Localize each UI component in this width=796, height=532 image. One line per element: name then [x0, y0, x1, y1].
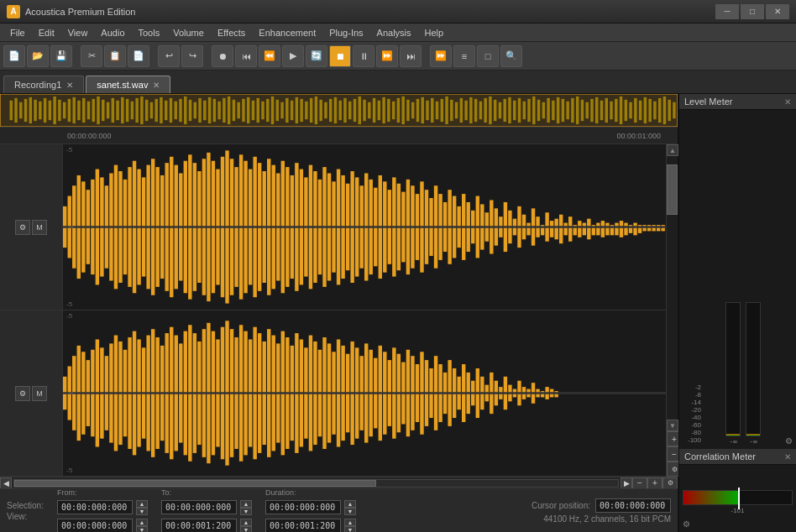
svg-rect-74 [359, 96, 361, 124]
track-settings-2[interactable]: ⚙ [15, 386, 30, 401]
zoom-settings-button[interactable]: ⚙ [662, 477, 678, 489]
level-meter-close[interactable]: ✕ [784, 97, 791, 107]
track-mute-2[interactable]: M [32, 386, 47, 401]
sel-dur-up[interactable]: ▲ [344, 500, 356, 508]
paste-button[interactable]: 📄 [128, 45, 149, 67]
svg-rect-135 [653, 102, 656, 119]
view-from-input[interactable] [57, 519, 133, 532]
view-to-down[interactable]: ▼ [240, 526, 252, 533]
vscroll-track[interactable] [667, 156, 678, 420]
fast-forward-button[interactable]: ⏩ [376, 45, 398, 67]
svg-rect-45 [217, 102, 220, 119]
menu-analysis[interactable]: Analysis [370, 26, 418, 39]
sel-from-down[interactable]: ▼ [136, 508, 148, 515]
menu-plugins[interactable]: Plug-Ins [322, 26, 369, 39]
pause-button[interactable]: ⏸ [353, 45, 374, 67]
view-dur-up[interactable]: ▲ [344, 519, 356, 526]
save-button[interactable]: 💾 [50, 45, 72, 67]
play-button[interactable]: ▶ [282, 45, 304, 67]
tab-close-sanet[interactable]: ✕ [153, 81, 160, 90]
track-row-1: ⚙ M -5 -∞ -5 [0, 144, 666, 310]
open-button[interactable]: 📂 [27, 45, 49, 67]
svg-rect-9 [44, 98, 46, 123]
horizontal-scrollbar[interactable]: ◀ ▶ − + ⚙ [0, 477, 678, 488]
selection-to-input[interactable] [161, 500, 237, 514]
cut-button[interactable]: ✂ [81, 45, 102, 67]
tab-sanet[interactable]: sanet.st.wav ✕ [86, 76, 170, 93]
loop-mode-button[interactable]: ⏩ [430, 45, 452, 67]
redo-button[interactable]: ↪ [181, 45, 203, 67]
overview-waveform[interactable] [0, 94, 678, 128]
track-wave-1[interactable]: -5 -∞ -5 [63, 144, 666, 310]
copy-button[interactable]: 📋 [104, 45, 126, 67]
menu-edit[interactable]: Edit [32, 26, 61, 39]
tab-close-recording1[interactable]: ✕ [66, 81, 73, 90]
view-to-input[interactable] [161, 519, 237, 532]
menu-view[interactable]: View [61, 26, 95, 39]
menu-file[interactable]: File [3, 26, 32, 39]
svg-rect-18 [87, 102, 90, 119]
track-settings-1[interactable]: ⚙ [15, 220, 30, 235]
cursor-pos-input[interactable] [595, 498, 671, 513]
record-button[interactable]: ⏺ [212, 45, 233, 67]
level-meter-settings-icon[interactable]: ⚙ [785, 436, 793, 446]
timeline-ruler[interactable]: 00:00:00:000 00:00:01:000 [0, 128, 678, 144]
vscroll-down-button[interactable]: ▼ [667, 420, 678, 431]
svg-rect-97 [469, 97, 472, 123]
goto-start-button[interactable]: ⏮ [235, 45, 257, 67]
sel-dur-down[interactable]: ▼ [344, 508, 356, 515]
view-from-down[interactable]: ▼ [136, 526, 148, 533]
close-button[interactable]: ✕ [766, 4, 789, 19]
view-mode-button[interactable]: ≡ [453, 45, 475, 67]
view-duration-input[interactable] [265, 519, 341, 532]
hscroll-left-button[interactable]: ◀ [0, 477, 12, 489]
svg-rect-252 [578, 221, 581, 237]
zoom-plus-button[interactable]: + [647, 477, 662, 489]
correlation-meter-close[interactable]: ✕ [784, 452, 791, 462]
view-to-up[interactable]: ▲ [240, 519, 252, 526]
selection-duration-input[interactable] [265, 500, 341, 514]
zoom-mode-button[interactable]: 🔍 [500, 45, 522, 67]
sel-from-up[interactable]: ▲ [136, 500, 148, 508]
zoom-minus-button[interactable]: − [632, 477, 647, 489]
svg-rect-124 [600, 101, 603, 120]
view-dur-down[interactable]: ▼ [344, 526, 356, 533]
view-from-up[interactable]: ▲ [136, 519, 148, 526]
vertical-scrollbar[interactable]: ▲ ▼ + − ⚙ [666, 144, 678, 477]
selection-info: Selection: View: From: ▲ ▼ [0, 488, 678, 532]
svg-rect-21 [102, 100, 104, 121]
track-controls-1: ⚙ M [0, 144, 63, 310]
tab-recording1[interactable]: Recording1 ✕ [3, 76, 84, 93]
goto-end-button[interactable]: ⏭ [400, 45, 422, 67]
vscroll-thumb[interactable] [667, 164, 678, 215]
menu-effects[interactable]: Effects [211, 26, 252, 39]
sel-to-down[interactable]: ▼ [240, 508, 252, 515]
menu-audio[interactable]: Audio [94, 26, 131, 39]
stop-button[interactable]: ⏹ [329, 45, 351, 67]
svg-rect-4 [19, 102, 22, 119]
menu-volume[interactable]: Volume [166, 26, 211, 39]
hscroll-track[interactable] [13, 479, 619, 488]
menu-enhancement[interactable]: Enhancement [252, 26, 322, 39]
rewind-button[interactable]: ⏪ [259, 45, 280, 67]
undo-button[interactable]: ↩ [158, 45, 180, 67]
track-wave-2[interactable]: -5 -∞ -5 [63, 310, 666, 476]
hscroll-thumb[interactable] [14, 480, 376, 487]
editor: 00:00:00:000 00:00:01:000 ⚙ M [0, 94, 678, 532]
svg-rect-12 [58, 100, 60, 121]
selection-from-input[interactable] [57, 500, 133, 514]
menu-tools[interactable]: Tools [132, 26, 167, 39]
loop-button[interactable]: 🔄 [306, 45, 327, 67]
track-mute-1[interactable]: M [32, 220, 47, 235]
svg-rect-138 [668, 100, 670, 121]
hscroll-right-button[interactable]: ▶ [621, 477, 632, 489]
sel-to-up[interactable]: ▲ [240, 500, 252, 508]
menu-help[interactable]: Help [418, 26, 451, 39]
selection-mode-button[interactable]: □ [477, 45, 499, 67]
minimize-button[interactable]: ─ [715, 4, 739, 19]
new-button[interactable]: 📄 [3, 45, 25, 67]
vscroll-up-button[interactable]: ▲ [667, 144, 678, 156]
corr-settings-icon[interactable]: ⚙ [683, 519, 690, 529]
svg-rect-121 [585, 102, 588, 119]
maximize-button[interactable]: □ [741, 4, 764, 19]
